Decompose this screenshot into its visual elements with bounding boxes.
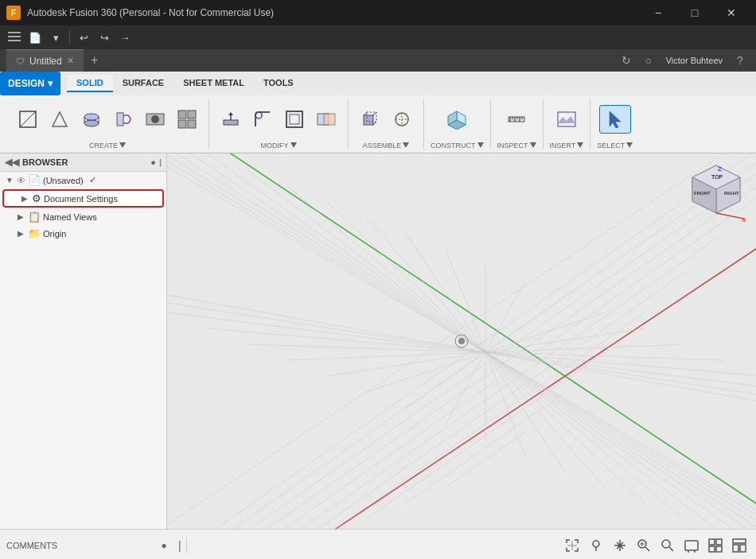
named-views-arrow-icon: ▶: [16, 212, 25, 221]
ribbon-group-select: SELECT: [590, 99, 639, 149]
svg-marker-47: [530, 142, 536, 148]
svg-rect-121: [740, 545, 746, 552]
file-dropdown-button[interactable]: ▾: [46, 28, 65, 47]
app-icon: F: [6, 6, 21, 20]
new-file-button[interactable]: 📄: [25, 28, 45, 47]
create-extrude-button[interactable]: [76, 106, 107, 133]
tree-item-origin[interactable]: ▶ 📁 Origin: [0, 225, 166, 242]
tab-tools[interactable]: TOOLS: [254, 75, 303, 92]
create-more-icon: [176, 108, 198, 130]
display-settings-button[interactable]: [681, 535, 702, 556]
inspect-measure-button[interactable]: [501, 106, 532, 133]
svg-rect-27: [364, 115, 373, 125]
statusbar-separator: [186, 538, 187, 553]
create-more-button[interactable]: [172, 106, 202, 133]
create-group-label[interactable]: CREATE: [89, 142, 126, 149]
undo-button[interactable]: ↩: [74, 28, 93, 47]
create-revolve-button[interactable]: [108, 106, 138, 133]
close-button[interactable]: ✕: [713, 0, 750, 25]
insert-image-button[interactable]: [551, 106, 582, 133]
ribbon-group-inspect: INSPECT: [491, 99, 544, 149]
construct-group-label[interactable]: CONSTRUCT: [431, 142, 484, 149]
ribbon-content: CREATE: [0, 95, 756, 153]
view-cube[interactable]: TOP RIGHT FRONT Z X: [684, 161, 748, 225]
create-form-button[interactable]: [45, 106, 75, 133]
select-button[interactable]: [599, 105, 631, 134]
browser-options-button[interactable]: ●: [150, 157, 156, 167]
svg-marker-39: [477, 142, 484, 148]
svg-text:FRONT: FRONT: [694, 191, 711, 196]
document-tab[interactable]: 🛡 Untitled ✕: [6, 49, 84, 72]
redo-button[interactable]: ↪: [95, 28, 114, 47]
tab-label: Untitled: [29, 56, 62, 67]
help-button[interactable]: ?: [731, 51, 750, 70]
svg-rect-23: [290, 115, 299, 124]
modify-shell-button[interactable]: [279, 106, 310, 133]
assemble-group-label[interactable]: ASSEMBLE: [363, 142, 410, 149]
svg-rect-16: [188, 120, 196, 128]
inspect-group-label[interactable]: INSPECT: [497, 142, 536, 149]
tab-sheet-metal[interactable]: SHEET METAL: [173, 75, 254, 92]
unsaved-label: (Unsaved): [43, 176, 84, 185]
fit-to-screen-button[interactable]: [562, 535, 583, 556]
svg-marker-26: [290, 142, 297, 148]
comments-add-button[interactable]: ●: [154, 536, 173, 555]
insert-group-label[interactable]: INSERT: [550, 142, 584, 149]
tab-shield-icon: 🛡: [16, 56, 25, 66]
maximize-button[interactable]: □: [676, 0, 713, 25]
pin-tool-button[interactable]: [586, 535, 606, 556]
tree-item-unsaved[interactable]: ▼ 👁 📄 (Unsaved) ✓: [0, 172, 166, 188]
pan-tool-button[interactable]: [610, 535, 630, 556]
app-menu-button[interactable]: [5, 28, 24, 47]
new-tab-button[interactable]: +: [84, 49, 106, 72]
create-sketch-button[interactable]: [13, 106, 43, 133]
select-icon: [604, 108, 626, 130]
minimize-button[interactable]: −: [640, 0, 676, 25]
browser-collapse-button[interactable]: ◀◀: [5, 157, 19, 168]
unsaved-arrow-icon: ▼: [5, 176, 14, 184]
construct-plane-button[interactable]: [442, 106, 472, 133]
refresh-button[interactable]: ↻: [617, 51, 636, 70]
press-pull-icon: [220, 108, 242, 130]
select-group-label[interactable]: SELECT: [597, 142, 633, 149]
svg-line-107: [645, 547, 649, 551]
zoom-tool-button[interactable]: [633, 535, 654, 556]
tree-item-document-settings[interactable]: ▶ ⚙ Document Settings: [2, 189, 164, 208]
window-title: Autodesk Fusion 360 (Personal - Not for …: [27, 7, 640, 18]
svg-point-21: [255, 112, 262, 118]
create-hole-button[interactable]: [140, 106, 170, 133]
inspect-group-items: [501, 99, 532, 140]
grid-settings-button[interactable]: [705, 535, 726, 556]
account-button[interactable]: ○: [639, 51, 658, 70]
3d-viewport[interactable]: TOP RIGHT FRONT Z X: [167, 153, 756, 529]
svg-rect-116: [716, 539, 722, 545]
modify-combine-button[interactable]: [311, 106, 341, 133]
forward-button[interactable]: →: [115, 28, 134, 47]
modify-press-pull-button[interactable]: [216, 106, 246, 133]
svg-rect-118: [716, 546, 722, 552]
named-views-icon: 📋: [28, 211, 41, 223]
modify-fillet-button[interactable]: [247, 106, 278, 133]
workspace: ◀◀ BROWSER ● | ▼ 👁 📄 (Unsaved) ✓ ▶ ⚙ Doc…: [0, 153, 756, 529]
unsaved-file-icon: 📄: [28, 174, 41, 186]
joint-icon: [391, 108, 413, 130]
zoom-extents-button[interactable]: [657, 535, 678, 556]
design-dropdown-button[interactable]: DESIGN ▾: [0, 72, 60, 95]
comments-divider-icon: |: [178, 539, 181, 552]
new-component-icon: [359, 108, 381, 130]
shell-icon: [283, 108, 306, 130]
view-settings-button[interactable]: [729, 535, 750, 556]
tab-close-button[interactable]: ✕: [67, 56, 74, 66]
tree-item-named-views[interactable]: ▶ 📋 Named Views: [0, 208, 166, 225]
user-menu-button[interactable]: Victor Buhteev: [661, 56, 727, 65]
assemble-new-component-button[interactable]: [355, 106, 385, 133]
comments-label: COMMENTS: [6, 541, 150, 550]
assemble-joint-button[interactable]: [387, 106, 417, 133]
svg-rect-117: [709, 546, 715, 552]
insert-group-items: [551, 99, 582, 140]
tab-surface[interactable]: SURFACE: [113, 75, 174, 92]
quick-access-toolbar: 📄 ▾ ↩ ↪ →: [0, 25, 756, 49]
modify-group-label[interactable]: MODIFY: [261, 142, 297, 149]
tab-solid[interactable]: SOLID: [67, 75, 113, 92]
username-label: Victor Buhteev: [666, 56, 723, 65]
